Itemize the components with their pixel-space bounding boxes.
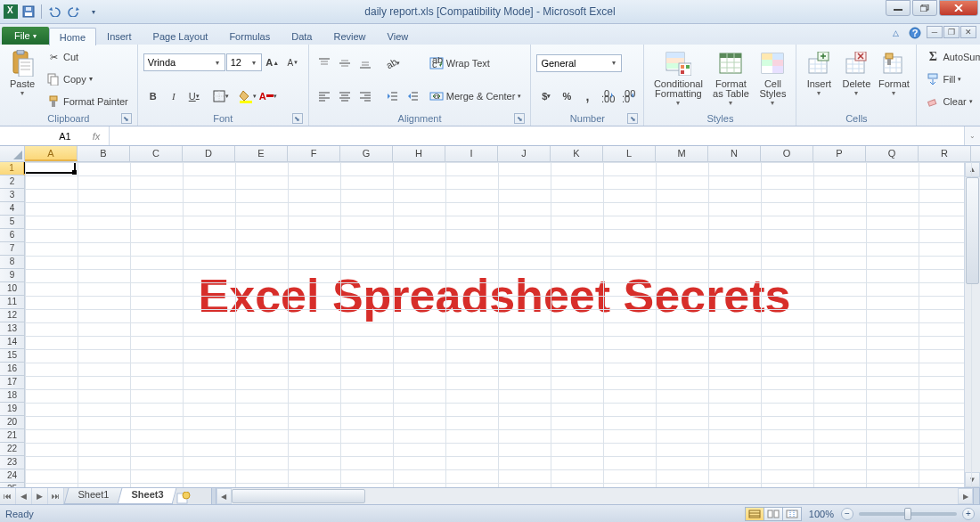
decrease-indent-button[interactable]	[382, 86, 402, 106]
normal-view-button[interactable]	[745, 507, 764, 521]
window-restore-button[interactable]	[912, 0, 937, 16]
column-header[interactable]: F	[288, 146, 340, 161]
sheet-tab-sheet3[interactable]: Sheet3	[117, 488, 176, 504]
italic-button[interactable]: I	[164, 86, 184, 106]
ribbon-minimize-button[interactable]: △	[887, 26, 903, 40]
scroll-down-button[interactable]: ▼	[965, 472, 980, 487]
tab-formulas[interactable]: Formulas	[218, 27, 281, 45]
page-break-view-button[interactable]	[782, 507, 802, 521]
column-header[interactable]: A	[25, 146, 78, 161]
vscroll-thumb[interactable]	[966, 177, 979, 284]
wrap-text-button[interactable]: abcWrap Text	[426, 53, 526, 73]
tab-data[interactable]: Data	[281, 27, 323, 45]
delete-cells-button[interactable]: Delete▾	[837, 46, 875, 112]
column-header[interactable]: C	[130, 146, 183, 161]
help-button[interactable]: ?	[907, 26, 923, 40]
scroll-left-button[interactable]: ◀	[216, 488, 232, 504]
align-left-button[interactable]	[314, 86, 334, 106]
column-header[interactable]: R	[919, 146, 971, 161]
fill-button[interactable]: Fill▾	[922, 69, 980, 89]
sheet-nav-last-button[interactable]: ⏭	[48, 488, 64, 504]
zoom-out-button[interactable]: −	[841, 508, 853, 520]
percent-format-button[interactable]: %	[557, 86, 576, 106]
font-dialog-launcher[interactable]: ⬊	[292, 113, 303, 124]
name-box[interactable]: ▾	[0, 126, 84, 145]
workbook-close-button[interactable]: ✕	[960, 26, 976, 38]
scroll-up-button[interactable]: ▲	[965, 162, 980, 177]
orientation-button[interactable]: ab▾	[382, 53, 402, 73]
column-header[interactable]: L	[603, 146, 656, 161]
merge-center-button[interactable]: aMerge & Center▾	[426, 86, 526, 106]
accounting-format-button[interactable]: $▾	[536, 86, 556, 106]
decrease-decimals-button[interactable]: .00.0	[618, 86, 638, 106]
vscroll-track[interactable]	[965, 177, 980, 472]
row-header[interactable]: 11	[0, 296, 25, 309]
comma-format-button[interactable]: ,	[577, 86, 597, 106]
row-header[interactable]: 20	[0, 416, 25, 429]
tab-view[interactable]: View	[377, 27, 420, 45]
increase-decimals-button[interactable]: .0.00	[598, 86, 617, 106]
row-header[interactable]: 8	[0, 256, 25, 269]
font-name-combo[interactable]: Vrinda▾	[143, 53, 225, 71]
column-header[interactable]: Q	[866, 146, 919, 161]
tab-review[interactable]: Review	[323, 27, 376, 45]
paste-button[interactable]: Paste ▾	[4, 46, 41, 112]
workbook-minimize-button[interactable]: ─	[927, 26, 943, 38]
borders-button[interactable]: ▾	[211, 86, 231, 106]
number-format-combo[interactable]: General▾	[536, 54, 622, 72]
active-cell-cursor[interactable]	[24, 162, 76, 174]
tab-insert[interactable]: Insert	[96, 27, 143, 45]
align-top-button[interactable]	[314, 53, 334, 73]
zoom-in-button[interactable]: +	[962, 508, 975, 520]
column-header[interactable]: P	[813, 146, 866, 161]
bold-button[interactable]: B	[143, 86, 163, 106]
font-color-button[interactable]: A▾	[258, 86, 278, 106]
align-middle-button[interactable]	[335, 53, 355, 73]
align-bottom-button[interactable]	[355, 53, 375, 73]
zoom-percentage[interactable]: 100%	[809, 509, 834, 519]
sheet-nav-prev-button[interactable]: ◀	[16, 488, 32, 504]
align-right-button[interactable]	[355, 86, 375, 106]
formula-input[interactable]	[110, 126, 964, 145]
zoom-slider[interactable]	[859, 512, 957, 516]
row-header[interactable]: 22	[0, 443, 25, 456]
row-header[interactable]: 7	[0, 242, 25, 256]
autosum-button[interactable]: ΣAutoSum▾	[922, 47, 980, 67]
tab-page-layout[interactable]: Page Layout	[143, 27, 219, 45]
horizontal-scrollbar[interactable]: ◀ ▶	[216, 488, 973, 504]
page-layout-view-button[interactable]	[764, 507, 783, 521]
formula-bar-expand-button[interactable]: ⌄	[964, 126, 980, 145]
row-header[interactable]: 14	[0, 336, 25, 349]
row-header[interactable]: 10	[0, 282, 25, 296]
column-header[interactable]: O	[761, 146, 813, 161]
insert-function-button[interactable]: fx	[87, 128, 105, 144]
row-header[interactable]: 19	[0, 403, 25, 416]
row-header[interactable]: 2	[0, 175, 25, 189]
vertical-scrollbar[interactable]: ▲ ▼	[964, 162, 980, 487]
row-header[interactable]: 15	[0, 349, 25, 363]
increase-indent-button[interactable]	[403, 86, 422, 106]
row-header[interactable]: 17	[0, 376, 25, 389]
row-header[interactable]: 13	[0, 322, 25, 336]
window-close-button[interactable]	[939, 0, 978, 16]
cell-styles-button[interactable]: Cell Styles▾	[753, 46, 792, 112]
window-minimize-button[interactable]	[886, 0, 911, 16]
cells-area[interactable]: Excel Spreadsheet Secrets	[25, 162, 964, 487]
row-header[interactable]: 24	[0, 469, 25, 483]
column-header[interactable]: J	[498, 146, 551, 161]
qat-undo-button[interactable]	[45, 3, 63, 20]
fill-color-button[interactable]: ▾	[238, 86, 257, 106]
format-as-table-button[interactable]: Format as Table▾	[708, 46, 753, 112]
column-header[interactable]: H	[393, 146, 445, 161]
column-header[interactable]: N	[708, 146, 761, 161]
row-header[interactable]: 21	[0, 429, 25, 443]
zoom-slider-knob[interactable]	[904, 508, 911, 520]
underline-button[interactable]: U▾	[184, 86, 204, 106]
tab-home[interactable]: Home	[49, 28, 96, 45]
hscroll-track[interactable]	[232, 488, 958, 504]
hscroll-thumb[interactable]	[232, 489, 365, 503]
shrink-font-button[interactable]: A▼	[283, 53, 303, 72]
format-cells-button[interactable]: Format▾	[875, 46, 912, 112]
row-header[interactable]: 6	[0, 229, 25, 242]
align-center-button[interactable]	[335, 86, 355, 106]
